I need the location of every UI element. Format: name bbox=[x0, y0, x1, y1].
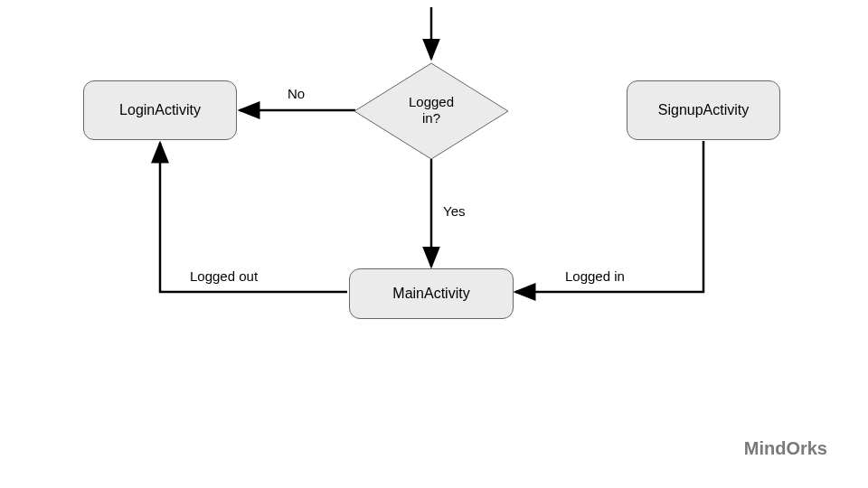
decision-logged-in: Logged in? bbox=[353, 61, 511, 161]
edge-label-yes: Yes bbox=[443, 203, 465, 219]
decision-label-line2: in? bbox=[422, 110, 440, 126]
edge-label-logged-out: Logged out bbox=[190, 268, 258, 284]
decision-label-line1: Logged bbox=[409, 94, 454, 109]
node-signup-label: SignupActivity bbox=[658, 102, 750, 118]
edge-label-no: No bbox=[288, 86, 305, 101]
node-login-label: LoginActivity bbox=[119, 102, 201, 118]
node-login-activity: LoginActivity bbox=[83, 80, 237, 140]
edge-label-logged-in: Logged in bbox=[565, 268, 625, 284]
watermark-text: MindOrks bbox=[744, 438, 827, 459]
node-main-label: MainActivity bbox=[392, 286, 469, 302]
node-signup-activity: SignupActivity bbox=[627, 80, 780, 140]
node-main-activity: MainActivity bbox=[349, 268, 514, 319]
